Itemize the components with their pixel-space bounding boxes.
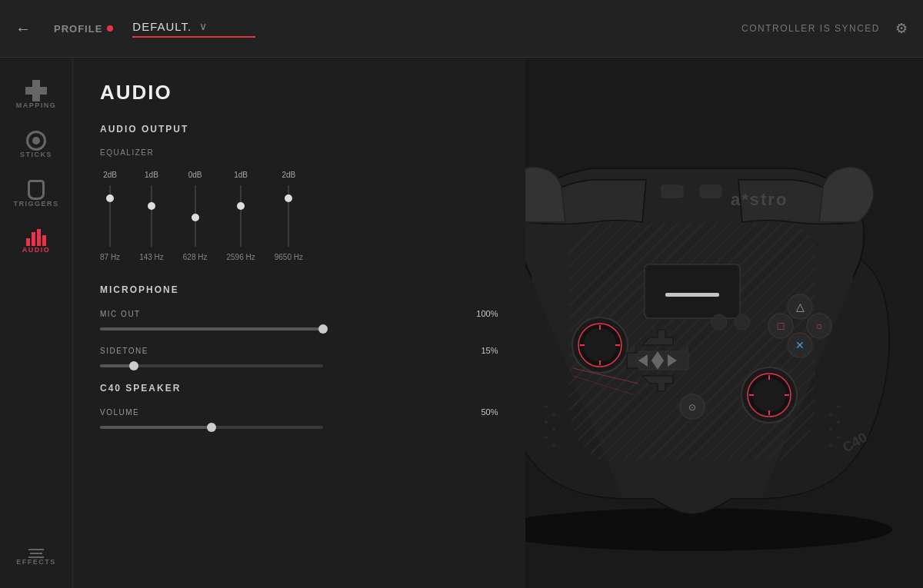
page-title: AUDIO <box>100 81 498 105</box>
sidetone-thumb[interactable] <box>129 361 138 370</box>
svg-point-45 <box>552 428 555 431</box>
eq-db-9650hz: 2dB <box>282 171 295 179</box>
eq-track-143hz[interactable] <box>151 185 152 247</box>
svg-point-18 <box>752 378 786 412</box>
eq-freq-628hz: 628 Hz <box>183 253 208 261</box>
sidebar-item-audio[interactable]: AUDIO <box>0 218 72 264</box>
eq-freq-87hz: 87 Hz <box>100 253 120 261</box>
sidetone-value: 15% <box>468 346 498 355</box>
eq-track-628hz[interactable] <box>195 185 196 247</box>
svg-point-48 <box>837 405 840 408</box>
microphone-section-title: MICROPHONE <box>100 284 498 295</box>
main-layout: MAPPING STICKS TRIGGERS AUDIO <box>0 58 923 588</box>
controller-image: a*stro ⊙ <box>525 122 924 568</box>
audio-bars-icon <box>26 229 46 246</box>
eq-freq-143hz: 143 Hz <box>139 253 164 261</box>
volume-thumb[interactable] <box>207 423 216 432</box>
dpad-icon <box>25 80 47 101</box>
svg-rect-5 <box>645 264 740 318</box>
mic-out-row: MIC OUT 100% <box>100 309 498 318</box>
content-area: AUDIO AUDIO OUTPUT EQUALIZER 2dB 87 Hz 1… <box>73 58 525 588</box>
eq-db-2596hz: 1dB <box>234 171 248 179</box>
sync-status: CONTROLLER IS SYNCED <box>741 23 880 34</box>
back-button[interactable]: ← <box>15 20 31 38</box>
sidebar-item-sticks[interactable]: STICKS <box>0 120 72 169</box>
equalizer-container: 2dB 87 Hz 1dB 143 Hz 0dB 628 Hz <box>100 171 498 261</box>
eq-freq-9650hz: 9650 Hz <box>275 253 303 261</box>
volume-fill <box>100 426 212 429</box>
settings-icon[interactable]: ⚙ <box>895 20 908 37</box>
eq-track-9650hz[interactable] <box>288 185 289 247</box>
sidebar-item-effects[interactable]: EFFECTS <box>0 538 72 576</box>
svg-point-38 <box>735 314 750 330</box>
svg-rect-3 <box>700 185 721 198</box>
sidebar: MAPPING STICKS TRIGGERS AUDIO <box>0 58 73 588</box>
volume-slider[interactable] <box>100 426 323 429</box>
eq-track-2596hz[interactable] <box>240 185 242 247</box>
eq-band-9650hz[interactable]: 2dB 9650 Hz <box>275 171 303 261</box>
svg-point-50 <box>837 420 840 424</box>
eq-thumb-2596hz[interactable] <box>237 202 245 210</box>
sidebar-item-triggers[interactable]: TRIGGERS <box>0 169 72 218</box>
sidebar-label-sticks: STICKS <box>20 151 52 158</box>
svg-text:○: ○ <box>816 320 822 332</box>
mic-out-thumb[interactable] <box>318 324 328 334</box>
eq-band-2596hz[interactable]: 1dB 2596 Hz <box>227 171 255 261</box>
profile-chevron-icon: ∨ <box>199 20 208 32</box>
svg-point-43 <box>552 413 555 416</box>
svg-text:⊙: ⊙ <box>688 402 696 413</box>
profile-section: PROFILE <box>54 23 113 35</box>
profile-label: PROFILE <box>54 23 102 35</box>
svg-point-49 <box>829 413 832 416</box>
svg-point-37 <box>711 314 727 330</box>
svg-point-44 <box>545 420 548 424</box>
sidetone-label: SIDETONE <box>100 347 177 355</box>
svg-point-11 <box>583 328 617 362</box>
sidebar-item-mapping[interactable]: MAPPING <box>0 69 72 120</box>
eq-band-143hz[interactable]: 1dB 143 Hz <box>139 171 164 261</box>
eq-freq-2596hz: 2596 Hz <box>227 253 255 261</box>
header: ← PROFILE DEFAULT. ∨ CONTROLLER IS SYNCE… <box>0 0 923 58</box>
svg-point-53 <box>829 443 832 447</box>
eq-band-87hz[interactable]: 2dB 87 Hz <box>100 171 120 261</box>
sidebar-label-audio: AUDIO <box>22 246 51 254</box>
volume-row: VOLUME 50% <box>100 407 498 417</box>
mic-out-slider[interactable] <box>100 327 323 331</box>
sidebar-label-effects: EFFECTS <box>16 558 56 566</box>
eq-thumb-143hz[interactable] <box>148 202 155 210</box>
effects-icon <box>28 549 44 558</box>
eq-band-628hz[interactable]: 0dB 628 Hz <box>183 171 208 261</box>
mic-out-fill <box>100 327 323 331</box>
svg-rect-6 <box>665 293 719 297</box>
svg-text:a*stro: a*stro <box>731 190 788 209</box>
equalizer-label: EQUALIZER <box>100 148 498 157</box>
mic-out-value: 100% <box>468 309 498 318</box>
profile-dot <box>107 25 113 32</box>
profile-name-dropdown[interactable]: DEFAULT. ∨ <box>132 20 255 38</box>
audio-output-section-title: AUDIO OUTPUT <box>100 124 498 135</box>
svg-rect-2 <box>661 185 683 198</box>
trigger-icon <box>28 180 45 200</box>
eq-thumb-628hz[interactable] <box>192 214 199 221</box>
eq-track-87hz[interactable] <box>109 185 111 247</box>
stick-icon <box>26 131 46 151</box>
svg-point-52 <box>837 436 840 439</box>
c40-speaker-section-title: C40 SPEAKER <box>100 383 498 394</box>
svg-point-51 <box>829 428 832 431</box>
svg-text:△: △ <box>796 301 805 313</box>
sidebar-label-triggers: TRIGGERS <box>13 200 58 208</box>
profile-name-value: DEFAULT. <box>132 20 192 33</box>
mic-out-label: MIC OUT <box>100 310 177 318</box>
sidetone-row: SIDETONE 15% <box>100 346 498 355</box>
svg-point-42 <box>545 405 548 408</box>
eq-thumb-87hz[interactable] <box>106 194 114 202</box>
volume-value: 50% <box>468 407 498 417</box>
eq-db-628hz: 0dB <box>188 171 202 179</box>
eq-thumb-9650hz[interactable] <box>285 194 292 202</box>
svg-text:✕: ✕ <box>795 339 805 351</box>
sidetone-slider[interactable] <box>100 364 323 367</box>
eq-db-143hz: 1dB <box>145 171 158 179</box>
svg-point-46 <box>545 436 548 439</box>
svg-point-0 <box>525 508 893 551</box>
svg-text:□: □ <box>778 320 785 332</box>
